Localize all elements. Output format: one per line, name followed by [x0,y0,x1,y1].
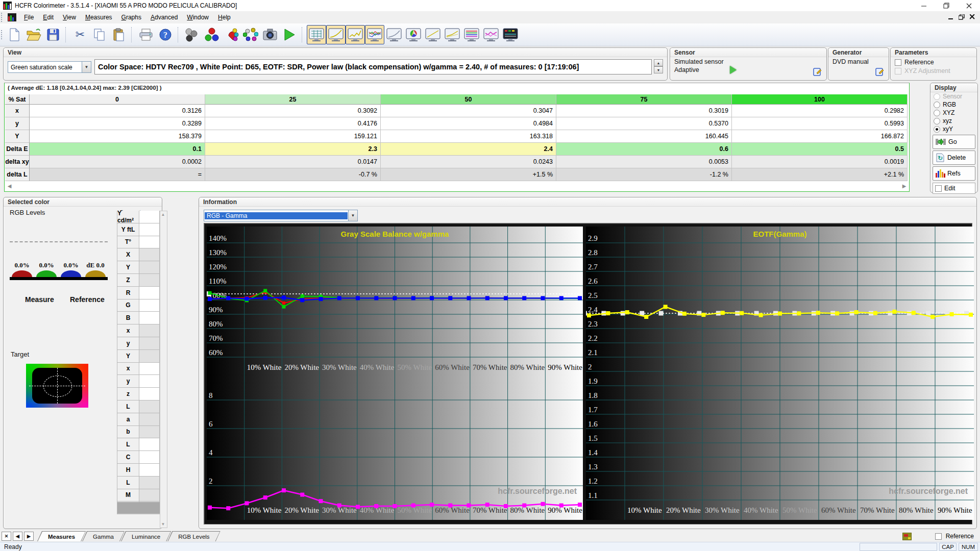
table-cell[interactable]: 0.4176 [205,117,381,130]
table-cell[interactable]: 0.5370 [556,117,732,130]
radio-xyz-lower[interactable]: xyz [930,117,977,125]
tab-scroll-left-icon[interactable]: ◀ [13,532,22,541]
table-cell[interactable]: 0.3047 [381,105,556,117]
measure-row-value[interactable] [139,438,160,451]
table-cell[interactable]: 0.2982 [732,105,908,117]
view-report-icon[interactable] [501,25,520,44]
table-cell[interactable]: 0.3019 [556,105,732,117]
menu-item[interactable]: Measures [81,12,117,22]
measure-grayscale-icon[interactable] [183,25,202,44]
measure-row-value[interactable] [139,363,160,375]
horizontal-scrollbar[interactable]: ◀ ▶ [6,182,908,190]
measure-row-value[interactable] [139,223,160,236]
delete-button[interactable]: ↻ Delete [933,151,975,165]
table-cell[interactable]: +1.5 % [381,168,556,181]
mdi-child-icon[interactable] [8,13,16,21]
table-cell[interactable]: +2.1 % [732,168,908,181]
measure-row-value[interactable] [139,236,160,249]
table-cell[interactable]: 0.5 [732,143,908,156]
reference-checkbox[interactable] [895,59,901,66]
column-header[interactable]: 100 [732,94,908,105]
table-cell[interactable]: 0.0147 [205,156,381,168]
table-cell[interactable]: 0.3126 [30,105,205,117]
table-cell[interactable]: 160.445 [556,130,732,143]
measure-table-scrollbar[interactable]: ▲ ▼ [160,211,167,528]
measure-row-value[interactable] [139,413,160,426]
chevron-down-icon[interactable]: ▼ [82,62,91,72]
measure-row-value[interactable] [139,400,160,413]
menu-item[interactable]: Advanced [146,12,182,22]
measure-row-value[interactable] [139,337,160,350]
view-saturation-icon[interactable] [443,25,462,44]
measure-row-value[interactable] [139,388,160,400]
sensor-config-icon[interactable] [813,68,822,78]
measure-row-value[interactable] [139,375,160,388]
view-color-bars-icon[interactable] [462,25,481,44]
menu-item[interactable]: Graphs [117,12,146,22]
view-rgb-levels-icon[interactable] [365,25,384,44]
view-near-black-icon[interactable] [346,25,365,44]
radio-xyz-upper[interactable]: XYZ [930,109,977,117]
measure-spinner[interactable]: ▲▼ [654,59,663,73]
measure-row-value[interactable] [139,248,160,261]
menu-item[interactable]: Edit [38,12,58,22]
bottom-reference-checkbox[interactable] [935,533,942,540]
color-edit-icon[interactable] [902,533,912,540]
mdi-close-icon[interactable] [970,14,975,20]
measure-row-value[interactable] [139,287,160,299]
table-cell[interactable]: 0.0002 [30,156,205,168]
view-tab[interactable]: Measures [37,531,86,541]
minimize-icon[interactable] [913,0,935,11]
measure-primaries-icon[interactable] [202,25,222,44]
sensor-run-icon[interactable] [730,66,737,74]
table-cell[interactable]: -0.7 % [205,168,381,181]
help-icon[interactable]: ? [156,25,175,44]
scroll-right-icon[interactable]: ▶ [900,182,908,190]
table-cell[interactable]: 0.3092 [205,105,381,117]
table-cell[interactable]: -1.2 % [556,168,732,181]
scroll-up-icon[interactable]: ▲ [160,211,166,218]
column-header[interactable]: 0 [30,94,205,105]
table-cell[interactable]: 2.3 [205,143,381,156]
view-tab[interactable]: Luminance [121,531,171,541]
cut-icon[interactable]: ✂ [70,25,90,44]
table-cell[interactable]: 0.4984 [381,117,556,130]
menu-item[interactable]: View [58,12,81,22]
measure-row-value[interactable] [139,211,160,223]
table-cell[interactable]: 166.872 [732,130,908,143]
new-document-icon[interactable] [5,25,24,44]
table-cell[interactable]: 158.379 [30,130,205,143]
scroll-down-icon[interactable]: ▼ [160,521,166,528]
view-tab[interactable]: RGB Levels [167,531,220,541]
scroll-left-icon[interactable]: ◀ [6,182,13,190]
graph-select[interactable]: RGB - Gamma ▼ [204,210,358,221]
measure-row-value[interactable] [139,324,160,337]
menu-item[interactable]: File [19,12,38,22]
measure-row-value[interactable] [139,426,160,439]
column-header[interactable]: 50 [381,94,556,105]
measure-row-value[interactable] [139,312,160,324]
view-color-gamut-icon[interactable] [404,25,423,44]
table-cell[interactable]: 0.5993 [732,117,908,130]
radio-rgb[interactable]: RGB [930,101,977,109]
table-cell[interactable]: 0.0243 [381,156,556,168]
table-cell[interactable]: 159.121 [205,130,381,143]
measure-row-value[interactable] [139,350,160,363]
table-cell[interactable]: = [30,168,205,181]
edit-checkbox-row[interactable]: Edit [933,183,975,194]
view-tracking-icon[interactable] [481,25,501,44]
open-file-icon[interactable] [24,25,43,44]
view-measures-grid-icon[interactable] [307,25,326,44]
close-icon[interactable] [958,0,980,11]
table-cell[interactable]: 2.4 [381,143,556,156]
view-contrast-icon[interactable] [423,25,443,44]
copy-icon[interactable] [90,25,109,44]
generator-config-icon[interactable] [875,68,885,78]
column-header[interactable]: 75 [556,94,732,105]
table-cell[interactable]: 0.1 [30,143,205,156]
measure-row-value[interactable] [139,477,160,489]
menu-item[interactable]: Window [182,12,213,22]
view-luminance-icon[interactable] [384,25,404,44]
table-cell[interactable]: 0.0053 [556,156,732,168]
save-file-icon[interactable] [43,25,63,44]
